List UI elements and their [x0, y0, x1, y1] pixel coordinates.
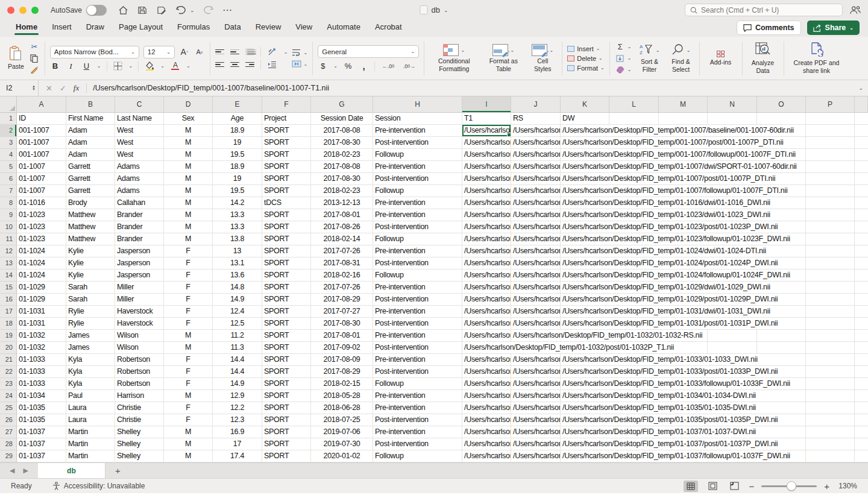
- clear-icon[interactable]: [615, 65, 626, 75]
- cell[interactable]: [855, 209, 868, 221]
- undo-icon[interactable]: [175, 5, 186, 16]
- cell[interactable]: 01-1024: [17, 270, 66, 282]
- cell[interactable]: SPORT: [262, 414, 311, 426]
- column-header-E[interactable]: E: [213, 96, 262, 112]
- cell[interactable]: /Users/hcarlson/: [462, 245, 511, 257]
- cell[interactable]: /Users/hcarlson/: [462, 161, 511, 173]
- cell[interactable]: 12.5: [213, 318, 262, 330]
- cell[interactable]: 13.8: [213, 233, 262, 245]
- accessibility-status[interactable]: Accessibility: Unavailable: [64, 482, 145, 490]
- cell[interactable]: [609, 113, 659, 125]
- cell[interactable]: [806, 282, 855, 294]
- row-header-23[interactable]: 23: [0, 378, 17, 390]
- cell[interactable]: Martin: [66, 426, 115, 438]
- cell[interactable]: M: [164, 438, 213, 450]
- cell[interactable]: /Users/hcarlson/Desktop/FID_temp/01-1024…: [561, 245, 609, 257]
- cell[interactable]: [757, 426, 806, 438]
- sheet-tab-db[interactable]: db: [38, 463, 105, 478]
- cell[interactable]: 2018-06-28: [311, 402, 373, 414]
- cell[interactable]: Christie: [115, 414, 164, 426]
- cell[interactable]: 01-1035: [17, 402, 66, 414]
- cell[interactable]: [806, 342, 855, 354]
- cell[interactable]: James: [66, 330, 115, 342]
- cell[interactable]: 2017-08-09: [311, 354, 373, 366]
- column-header-P[interactable]: P: [806, 96, 855, 112]
- increase-font-icon[interactable]: A^: [179, 47, 190, 57]
- people-icon[interactable]: [850, 5, 861, 16]
- cell[interactable]: /Users/hcarlson/Desktop/FID_temp/01-1029…: [561, 294, 609, 306]
- cell[interactable]: /Users/hcarlson/Desktop/FID_temp/01-1024…: [561, 257, 609, 270]
- cell[interactable]: /Users/hcarlson/: [462, 354, 511, 366]
- cell[interactable]: SPORT: [262, 137, 311, 149]
- font-size-select[interactable]: 12⌄: [143, 46, 175, 58]
- name-box-stepper[interactable]: ▲▼: [32, 85, 36, 91]
- cell[interactable]: Pre-intervention: [373, 426, 462, 438]
- comma-style-button[interactable]: ,: [359, 61, 369, 71]
- cell[interactable]: Pre-intervention: [373, 390, 462, 402]
- cell[interactable]: Brander: [115, 233, 164, 245]
- row-header-17[interactable]: 17: [0, 306, 17, 318]
- cell[interactable]: 01-1033: [17, 366, 66, 378]
- cell[interactable]: /Users/hcarlson/: [511, 318, 561, 330]
- cell[interactable]: Followup: [373, 450, 462, 462]
- cell[interactable]: Pre-intervention: [373, 354, 462, 366]
- row-header-21[interactable]: 21: [0, 354, 17, 366]
- cell[interactable]: /Users/hcarlson/: [462, 294, 511, 306]
- cell[interactable]: Harrison: [115, 390, 164, 402]
- sheet-nav-left-icon[interactable]: ◀: [10, 467, 14, 475]
- cell[interactable]: [806, 209, 855, 221]
- cell[interactable]: /Users/hcarlson/: [462, 221, 511, 233]
- column-header-G[interactable]: G: [311, 96, 373, 112]
- cell[interactable]: [855, 270, 868, 282]
- wrap-text-icon[interactable]: [291, 48, 302, 57]
- cell[interactable]: /Users/hcarlson/: [511, 125, 561, 137]
- cell[interactable]: Sarah: [66, 282, 115, 294]
- cell[interactable]: 01-1032: [17, 342, 66, 354]
- font-color-chevron-icon[interactable]: ⌄: [186, 63, 190, 69]
- cell[interactable]: [855, 402, 868, 414]
- analyze-data-button[interactable]: Analyze Data: [747, 41, 779, 75]
- home-icon[interactable]: [118, 5, 128, 16]
- cell[interactable]: Brander: [115, 221, 164, 233]
- copy-icon[interactable]: [29, 54, 40, 63]
- cell[interactable]: Jasperson: [115, 245, 164, 257]
- column-header-O[interactable]: O: [757, 96, 806, 112]
- cell[interactable]: 01-1023: [17, 209, 66, 221]
- cell[interactable]: Shelley: [115, 426, 164, 438]
- cell[interactable]: SPORT: [262, 257, 311, 270]
- row-header-14[interactable]: 14: [0, 270, 17, 282]
- cell[interactable]: SPORT: [262, 294, 311, 306]
- cell[interactable]: SPORT: [262, 342, 311, 354]
- cell[interactable]: Post-intervention: [373, 257, 462, 270]
- cell[interactable]: SPORT: [262, 161, 311, 173]
- cell[interactable]: [806, 366, 855, 378]
- cell[interactable]: Post-intervention: [373, 318, 462, 330]
- autosave-toggle[interactable]: [86, 5, 107, 16]
- tab-formulas[interactable]: Formulas: [170, 20, 217, 35]
- cell[interactable]: [855, 233, 868, 245]
- cell[interactable]: /Users/hcarlson/Desktop/FID_temp/01-1023…: [561, 221, 609, 233]
- cell[interactable]: Wilson: [115, 342, 164, 354]
- cell[interactable]: Pre-intervention: [373, 161, 462, 173]
- cell[interactable]: [855, 318, 868, 330]
- cell[interactable]: 01-1037: [17, 450, 66, 462]
- row-header-26[interactable]: 26: [0, 414, 17, 426]
- fill-color-icon[interactable]: [144, 61, 155, 71]
- cell[interactable]: M: [164, 342, 213, 354]
- cell[interactable]: /Users/hcarlson/: [462, 306, 511, 318]
- cell[interactable]: Pre-intervention: [373, 306, 462, 318]
- cell[interactable]: /Users/hcarlson/Desktop/FID_temp/01-1035…: [561, 402, 609, 414]
- cell[interactable]: F: [164, 257, 213, 270]
- cell[interactable]: 19.5: [213, 149, 262, 161]
- cell[interactable]: [855, 185, 868, 197]
- cell[interactable]: 12.4: [213, 306, 262, 318]
- column-header-C[interactable]: C: [115, 96, 164, 112]
- cell[interactable]: /Users/hcarlson/: [462, 209, 511, 221]
- cell[interactable]: [855, 197, 868, 209]
- cell[interactable]: /Users/hcarlson/Desktop/FID_temp/001-100…: [561, 125, 609, 137]
- cell[interactable]: [757, 113, 806, 125]
- cell[interactable]: [806, 318, 855, 330]
- cell[interactable]: /Users/hcarlson/Desktop/FID_temp/01-1033…: [561, 366, 609, 378]
- cell[interactable]: [708, 113, 757, 125]
- cell[interactable]: [806, 450, 855, 462]
